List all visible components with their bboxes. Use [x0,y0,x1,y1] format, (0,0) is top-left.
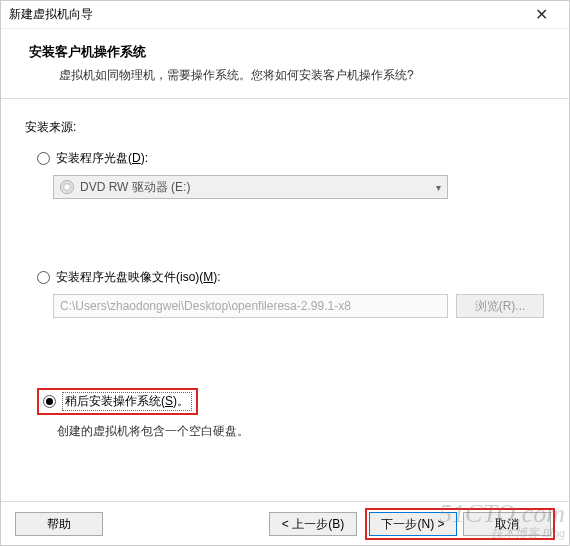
close-icon[interactable]: ✕ [521,1,561,29]
page-title: 安装客户机操作系统 [29,43,541,61]
help-button[interactable]: 帮助 [15,512,103,536]
titlebar: 新建虚拟机向导 ✕ [1,1,569,29]
install-later-hint: 创建的虚拟机将包含一个空白硬盘。 [57,423,545,440]
page-subtitle: 虚拟机如同物理机，需要操作系统。您将如何安装客户机操作系统? [29,67,541,84]
radio-disc-label: 安装程序光盘(D): [56,150,148,167]
radio-icon [37,271,50,284]
radio-icon [43,395,56,408]
cancel-button[interactable]: 取消 [463,512,551,536]
annotation-highlight: 稍后安装操作系统(S)。 [37,388,198,415]
window-title: 新建虚拟机向导 [9,6,521,23]
next-button[interactable]: 下一步(N) > [369,512,457,536]
wizard-header: 安装客户机操作系统 虚拟机如同物理机，需要操作系统。您将如何安装客户机操作系统? [1,29,569,99]
disc-drive-combo[interactable]: DVD RW 驱动器 (E:) ▾ [53,175,448,199]
wizard-footer: 帮助 < 上一步(B) 下一步(N) > 取消 [1,501,569,545]
radio-iso-label: 安装程序光盘映像文件(iso)(M): [56,269,221,286]
browse-button[interactable]: 浏览(R)... [456,294,544,318]
wizard-dialog: 新建虚拟机向导 ✕ 安装客户机操作系统 虚拟机如同物理机，需要操作系统。您将如何… [0,0,570,546]
radio-install-later[interactable]: 稍后安装操作系统(S)。 [25,388,545,415]
radio-install-from-iso[interactable]: 安装程序光盘映像文件(iso)(M): [25,269,545,286]
radio-icon [37,152,50,165]
radio-later-label: 稍后安装操作系统(S)。 [62,392,192,411]
back-button[interactable]: < 上一步(B) [269,512,357,536]
iso-path-input[interactable]: C:\Users\zhaodongwei\Desktop\openfileres… [53,294,448,318]
disc-drive-value: DVD RW 驱动器 (E:) [80,179,436,196]
install-source-label: 安装来源: [25,119,545,136]
chevron-down-icon: ▾ [436,182,441,193]
wizard-content: 安装来源: 安装程序光盘(D): DVD RW 驱动器 (E:) ▾ 安装程序光… [1,99,569,501]
disc-icon [60,180,74,194]
annotation-highlight: 下一步(N) > 取消 [365,508,555,540]
radio-install-from-disc[interactable]: 安装程序光盘(D): [25,150,545,167]
